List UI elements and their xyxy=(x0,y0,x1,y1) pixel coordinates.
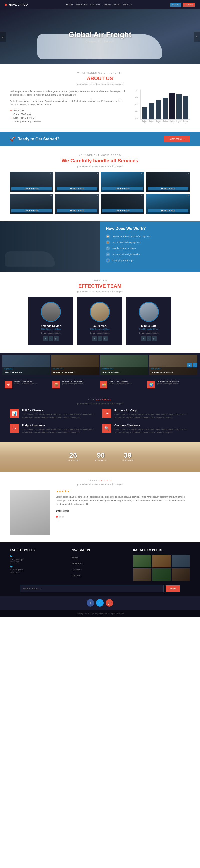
nav-mail[interactable]: MAIL US xyxy=(123,3,132,6)
tweet-text: # Lorem ipsum xyxy=(10,568,67,571)
nav-smart-cargo[interactable]: SMART CARGO xyxy=(104,3,120,6)
hero-prev-button[interactable]: ‹ xyxy=(0,32,6,42)
gallery-item[interactable]: 21 June 2017 FREIGHTS DELIVERED xyxy=(51,355,99,375)
client-dot[interactable] xyxy=(62,516,64,518)
twitter-icon[interactable]: t xyxy=(49,337,53,341)
google-plus-icon[interactable]: g+ xyxy=(103,337,108,341)
instagram-thumb[interactable] xyxy=(133,555,152,567)
service-card[interactable]: MOVE CARGO 01 xyxy=(10,172,53,192)
team-member-desc: Lorem ipsum dolor sit xyxy=(78,332,122,335)
nav-home[interactable]: HOME xyxy=(66,3,73,6)
team-avatar-image xyxy=(91,303,109,321)
tweet-text: # Buy Any Ago xyxy=(10,558,67,561)
footer-nav-link-services[interactable]: SERVICES xyxy=(72,562,83,565)
instagram-thumb[interactable] xyxy=(172,568,190,581)
client-dot[interactable] xyxy=(56,516,58,518)
how-list-item: ✈ Less And Air Freight Service xyxy=(106,252,194,256)
chart-bar xyxy=(149,103,154,119)
about-list: Same Day Courier To Counter Next Flight … xyxy=(10,109,127,123)
signup-button[interactable]: SIGN UP xyxy=(183,3,195,6)
service-card[interactable]: MOVE CARGO 08 xyxy=(147,194,190,214)
twitter-social-button[interactable]: t xyxy=(96,599,104,607)
stat-item: 🌍 CLIENTS WORLDWIDE Ipsum calar tempus p… xyxy=(148,380,195,389)
gallery-item[interactable]: 2 April 2017 DIRECT SERVICES xyxy=(2,355,50,375)
tweet-time: 2 Days Ago xyxy=(10,561,67,563)
gallery-prev-button[interactable]: ‹ xyxy=(188,363,192,367)
team-social-links: f t g+ xyxy=(78,337,122,341)
team-avatar-image xyxy=(140,303,158,321)
hero-subtitle: Cleared For Takeoff xyxy=(69,40,131,43)
client-pagination xyxy=(56,516,190,518)
how-right-content: How Does We Work? 🏠 International Transp… xyxy=(100,221,200,272)
chart-x-labels: Option 1 Option 2 Option 3 Option 4 Opti… xyxy=(141,120,190,124)
gallery-overlay: 2 April 2017 DIRECT SERVICES xyxy=(2,367,50,375)
footer-tweets-title: Latest Tweets xyxy=(10,548,67,552)
stat-text: VEHICLES OWNED Ipsum calar tempus praese… xyxy=(110,380,132,384)
gallery-overlay: 21 June 2017 FREIGHTS DELIVERED xyxy=(51,367,99,375)
google-plus-icon[interactable]: g+ xyxy=(152,337,157,341)
gallery-overlay: 28 Sept 2017 CLIENTS WORLDWIDE xyxy=(150,367,198,375)
about-list-item: Next Flight Out (NFO) xyxy=(10,117,127,119)
instagram-thumb[interactable] xyxy=(172,555,190,567)
footer-nav-link-home[interactable]: HOME xyxy=(72,556,79,559)
service-card[interactable]: MOVE CARGO 02 xyxy=(55,172,99,192)
twitter-icon[interactable]: t xyxy=(98,337,102,341)
facebook-social-button[interactable]: f xyxy=(87,599,94,607)
our-services-label: OUR SERVICES xyxy=(10,398,190,401)
how-section: How Does We Work? 🏠 International Transp… xyxy=(0,221,200,272)
footer: Latest Tweets 🐦 # Buy Any Ago 2 Days Ago… xyxy=(0,542,200,596)
footer-instagram-col: Instagram Posts xyxy=(133,548,190,581)
hero-next-button[interactable]: › xyxy=(194,32,200,42)
chart-bar xyxy=(163,98,168,119)
google-plus-icon[interactable]: g+ xyxy=(54,337,59,341)
nav-services[interactable]: SERVICES xyxy=(76,3,87,6)
client-testimonial: ★★★★★ Lorem dolor sit amet, consectetur … xyxy=(56,490,190,518)
service-card[interactable]: MOVE CARGO 06 xyxy=(55,194,99,214)
service-card[interactable]: MOVE CARGO 07 xyxy=(101,194,145,214)
footer-nav-item: MAIL US xyxy=(72,573,128,578)
instagram-thumb[interactable] xyxy=(153,568,171,581)
copyright-text: Copyright © 2017 | Company name All righ… xyxy=(76,612,124,615)
login-button[interactable]: LOG IN xyxy=(170,3,181,6)
service-card-inner: MOVE CARGO xyxy=(101,172,145,192)
cta-button[interactable]: Learn More → xyxy=(164,136,190,143)
client-dot[interactable] xyxy=(59,516,61,518)
footer-instagram-title: Instagram Posts xyxy=(133,548,190,552)
about-section: WHAT MAKES US DIFFERENT? ABOUT US Ipsum … xyxy=(0,64,200,132)
how-left-image xyxy=(0,221,100,272)
service-item: 📊 Full Air Charters Lorem ipsum is simpl… xyxy=(10,409,97,419)
nav-gallery[interactable]: GALLERY xyxy=(90,3,101,6)
newsletter-input[interactable] xyxy=(20,585,164,592)
footer-tweets-col: Latest Tweets 🐦 # Buy Any Ago 2 Days Ago… xyxy=(10,548,67,581)
google-plus-social-button[interactable]: g+ xyxy=(106,599,113,607)
gallery-next-button[interactable]: › xyxy=(193,363,198,367)
facebook-icon[interactable]: f xyxy=(92,337,97,341)
service-card[interactable]: MOVE CARGO 04 xyxy=(147,172,190,192)
footer-nav-link-gallery[interactable]: GALLERY xyxy=(72,568,82,571)
chart-bar xyxy=(169,93,175,119)
logo-arrow: ▶ xyxy=(5,2,8,6)
team-member-role: Chief Operating Officer xyxy=(78,328,122,330)
about-text: Sed tempor, ante ut finibus volutpat, mi… xyxy=(10,90,127,124)
service-info: Customs Clearance Lorem ipsum is simply … xyxy=(115,424,190,434)
gallery-item[interactable]: 21 March 2017 VEHICLES OWNED xyxy=(101,355,149,375)
instagram-thumb[interactable] xyxy=(133,568,152,581)
client-text: Lorem dolor sit amet, consectetur adipis… xyxy=(56,495,190,506)
team-avatar xyxy=(41,302,61,322)
nav-buttons: LOG IN SIGN UP xyxy=(170,3,195,6)
instagram-thumb[interactable] xyxy=(153,555,171,567)
how-list-item: 🏠 International Transport Default System xyxy=(106,235,194,239)
team-social-links: f t g+ xyxy=(29,337,74,341)
about-para1: Sed tempor, ante ut finibus volutpat, mi… xyxy=(10,90,127,97)
how-icon-delivery: 📦 xyxy=(106,241,110,244)
service-item: ✈ Express Air Cargo Lorem ipsum is simpl… xyxy=(103,409,190,419)
service-card[interactable]: MOVE CARGO 05 xyxy=(10,194,53,214)
footer-nav-link-mail[interactable]: MAIL US xyxy=(72,575,81,577)
facebook-icon[interactable]: f xyxy=(43,337,48,341)
team-member-desc: Lorem ipsum dolor sit xyxy=(29,332,74,335)
twitter-icon[interactable]: t xyxy=(147,337,151,341)
facebook-icon[interactable]: f xyxy=(141,337,146,341)
twitter-bird-icon: 🐦 xyxy=(10,555,67,558)
service-card[interactable]: MOVE CARGO 03 xyxy=(101,172,145,192)
newsletter-submit-button[interactable]: SEND xyxy=(166,585,180,592)
